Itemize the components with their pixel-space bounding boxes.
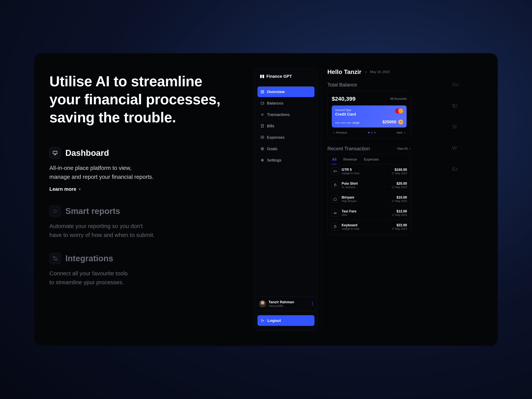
account-type-label: Account Type (335, 108, 356, 112)
bag-icon (331, 181, 339, 189)
previous-button[interactable]: Previous (332, 131, 347, 134)
greeting: Hello Tanzir (327, 68, 361, 76)
balance-amount: $240,399 (332, 95, 355, 102)
car-icon (331, 209, 339, 217)
nav-goals[interactable]: Goals (257, 143, 314, 154)
faded-right-hints: Go $2 St W Ex (452, 82, 498, 187)
logout-button[interactable]: Logout (257, 315, 314, 326)
svg-point-10 (261, 147, 264, 150)
tab-all[interactable]: All (332, 158, 336, 164)
nav-balances[interactable]: Balances (257, 98, 314, 108)
feature-smart-reports: Smart reports Automate your reporting so… (49, 205, 236, 239)
feature-dashboard: Dashboard All-in-one place platform to v… (49, 147, 236, 192)
headline: Utilise AI to streamline your financial … (49, 72, 236, 126)
app-mock: Finance GPT Overview Balances Transactio… (255, 68, 498, 331)
feature-desc: All-in-one place platform to view, manag… (49, 164, 236, 181)
target-icon (260, 147, 264, 151)
logo-icon (260, 75, 264, 78)
transaction-row[interactable]: KeyboardGadget & Gear $22.0017 May 2023 (328, 220, 411, 234)
integrations-icon (49, 253, 61, 264)
nav-overview[interactable]: Overview (257, 86, 314, 97)
svg-rect-0 (53, 151, 57, 154)
nav: Overview Balances Transactions Bills Exp… (255, 86, 317, 165)
arrow-up-right-icon (398, 120, 403, 124)
svg-rect-9 (261, 136, 264, 138)
gear-icon (260, 158, 264, 162)
profile-name: Tanzir Rahman (268, 300, 294, 304)
profile-section[interactable]: Tanzir Rahman View profile (255, 296, 317, 311)
svg-rect-1 (53, 256, 55, 258)
feature-title: Dashboard (65, 148, 109, 158)
chevron-right-icon (78, 188, 81, 191)
left-column: Utilise AI to streamline your financial … (49, 68, 255, 331)
tab-expenses[interactable]: Expenses (364, 158, 379, 164)
main-panel: Hello Tanzir » May 19, 2023 Total Balanc… (322, 68, 498, 331)
transaction-row[interactable]: BiriyaniHajir Biriyani $10.0017 May 2023 (328, 192, 411, 206)
profile-sub: View profile (268, 304, 294, 307)
sparkle-icon (49, 205, 61, 217)
feature-title: Integrations (65, 254, 113, 263)
receipt-icon (260, 124, 264, 128)
home-icon (331, 195, 339, 203)
gamepad-icon (331, 167, 339, 175)
chevron-right-icon (404, 132, 406, 134)
nav-expenses[interactable]: Expenses (257, 132, 314, 143)
date: May 19, 2023 (370, 70, 390, 74)
svg-rect-5 (261, 92, 262, 93)
feature-integrations: Integrations Connect all your favourite … (49, 253, 236, 287)
transaction-row[interactable]: GTR 5Gadget & Gear $160.0017 May 2023 (328, 164, 411, 178)
card-balance: $25000 (382, 120, 396, 124)
avatar (259, 300, 266, 307)
transactions-panel: All Revenue Expenses GTR 5Gadget & Gear … (327, 154, 411, 235)
chevron-left-icon (332, 132, 335, 134)
svg-rect-4 (263, 90, 264, 92)
bag-icon (331, 223, 339, 230)
wallet-icon (260, 101, 264, 105)
svg-rect-3 (261, 90, 262, 92)
svg-rect-6 (263, 92, 264, 93)
brand: Finance GPT (255, 74, 317, 79)
tabs: All Revenue Expenses (328, 154, 411, 164)
card-number: •••• •••• •••• 2598 (335, 121, 360, 124)
pager-dots (368, 132, 376, 133)
chevrons-right-icon: » (365, 70, 367, 74)
transaction-row[interactable]: Polo ShirtXL fashions $20.0017 May 2023 (328, 178, 411, 192)
nav-settings[interactable]: Settings (257, 155, 314, 165)
credit-card[interactable]: Account Type Credit Card •••• •••• •••• … (332, 105, 407, 127)
sidebar: Finance GPT Overview Balances Transactio… (255, 68, 317, 331)
chart-icon (260, 135, 264, 139)
svg-point-11 (262, 148, 263, 149)
recent-label: Recent Transaction (327, 146, 370, 152)
more-icon[interactable] (312, 302, 313, 305)
grid-icon (260, 90, 264, 94)
nav-transactions[interactable]: Transactions (257, 109, 314, 120)
transaction-row[interactable]: Taxi FareUber $12.0017 May 2023 (328, 206, 411, 220)
swap-icon (260, 113, 264, 116)
feature-desc: Automate your reporting so you don't hav… (49, 222, 236, 239)
account-type: Credit Card (335, 112, 356, 116)
mastercard-icon (395, 108, 403, 114)
view-all-link[interactable]: View All (397, 147, 411, 151)
logout-icon (261, 319, 265, 323)
svg-point-12 (262, 160, 263, 161)
landing-card: Utilise AI to streamline your financial … (34, 53, 498, 346)
all-accounts-label: All Accounts (390, 97, 407, 101)
next-button[interactable]: Next (397, 131, 406, 134)
feature-title: Smart reports (65, 206, 120, 216)
svg-rect-2 (56, 259, 57, 260)
monitor-icon (49, 147, 61, 159)
svg-rect-13 (334, 171, 337, 172)
nav-bills[interactable]: Bills (257, 121, 314, 131)
tab-revenue[interactable]: Revenue (343, 158, 357, 164)
chevron-right-icon (409, 148, 411, 150)
learn-more-link[interactable]: Learn more (49, 186, 81, 192)
feature-desc: Connect all your favourite tools to stre… (49, 269, 236, 287)
balance-card: $240,399 All Accounts Account Type Credi… (327, 91, 411, 139)
